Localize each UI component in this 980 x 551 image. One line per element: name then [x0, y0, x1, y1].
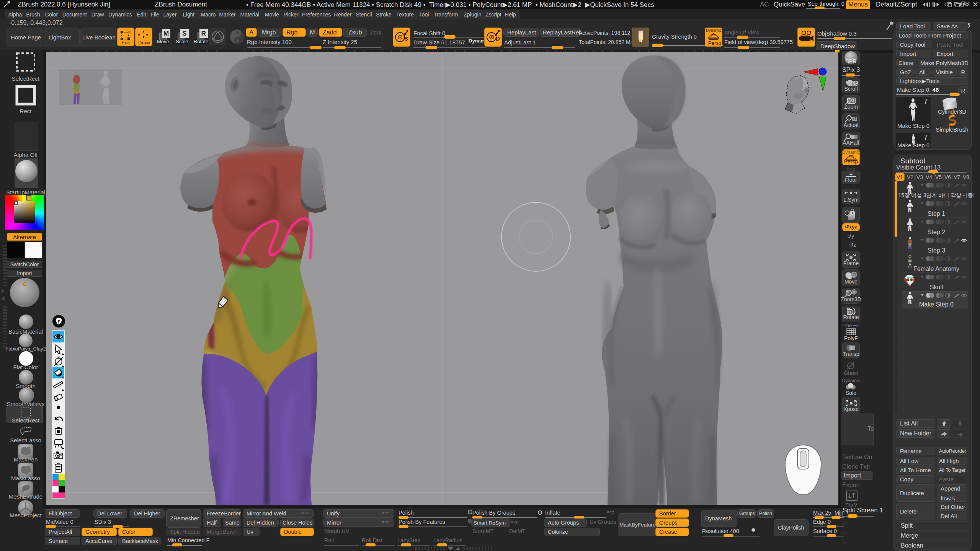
- svg-text:Edit: Edit: [121, 40, 130, 46]
- svg-text:x1: x1: [853, 117, 857, 121]
- svg-text:Draw: Draw: [138, 40, 150, 46]
- svg-text:D: D: [496, 35, 500, 42]
- svg-text:Dynamic: Dynamic: [706, 28, 722, 33]
- svg-text:S: S: [404, 35, 408, 42]
- svg-text:Persp: Persp: [708, 40, 721, 46]
